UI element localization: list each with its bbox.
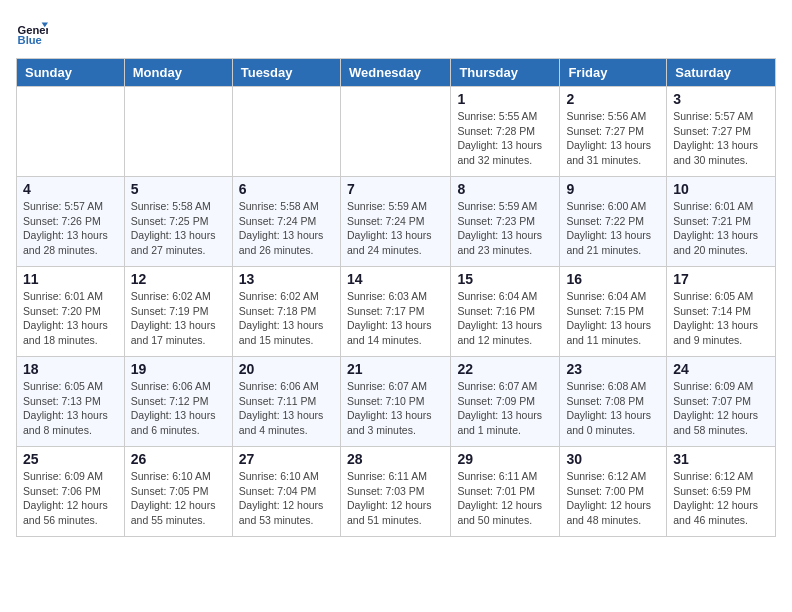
day-info: Sunrise: 6:09 AMSunset: 7:06 PMDaylight:…	[23, 469, 118, 528]
day-number: 5	[131, 181, 226, 197]
calendar-cell: 7Sunrise: 5:59 AMSunset: 7:24 PMDaylight…	[340, 177, 450, 267]
calendar-cell: 6Sunrise: 5:58 AMSunset: 7:24 PMDaylight…	[232, 177, 340, 267]
calendar-cell	[124, 87, 232, 177]
day-number: 15	[457, 271, 553, 287]
calendar-cell	[340, 87, 450, 177]
day-info: Sunrise: 6:04 AMSunset: 7:15 PMDaylight:…	[566, 289, 660, 348]
calendar-cell: 22Sunrise: 6:07 AMSunset: 7:09 PMDayligh…	[451, 357, 560, 447]
day-info: Sunrise: 5:58 AMSunset: 7:25 PMDaylight:…	[131, 199, 226, 258]
weekday-header: Sunday	[17, 59, 125, 87]
calendar-cell: 18Sunrise: 6:05 AMSunset: 7:13 PMDayligh…	[17, 357, 125, 447]
weekday-header: Friday	[560, 59, 667, 87]
calendar-cell: 4Sunrise: 5:57 AMSunset: 7:26 PMDaylight…	[17, 177, 125, 267]
calendar-cell: 10Sunrise: 6:01 AMSunset: 7:21 PMDayligh…	[667, 177, 776, 267]
day-info: Sunrise: 6:06 AMSunset: 7:11 PMDaylight:…	[239, 379, 334, 438]
day-number: 27	[239, 451, 334, 467]
day-number: 31	[673, 451, 769, 467]
calendar-week-row: 11Sunrise: 6:01 AMSunset: 7:20 PMDayligh…	[17, 267, 776, 357]
day-number: 1	[457, 91, 553, 107]
day-number: 11	[23, 271, 118, 287]
day-number: 17	[673, 271, 769, 287]
day-info: Sunrise: 6:08 AMSunset: 7:08 PMDaylight:…	[566, 379, 660, 438]
calendar-week-row: 4Sunrise: 5:57 AMSunset: 7:26 PMDaylight…	[17, 177, 776, 267]
weekday-header: Thursday	[451, 59, 560, 87]
day-number: 13	[239, 271, 334, 287]
calendar-cell: 1Sunrise: 5:55 AMSunset: 7:28 PMDaylight…	[451, 87, 560, 177]
calendar-cell: 28Sunrise: 6:11 AMSunset: 7:03 PMDayligh…	[340, 447, 450, 537]
day-number: 9	[566, 181, 660, 197]
day-info: Sunrise: 5:57 AMSunset: 7:27 PMDaylight:…	[673, 109, 769, 168]
calendar-cell: 9Sunrise: 6:00 AMSunset: 7:22 PMDaylight…	[560, 177, 667, 267]
calendar-table: SundayMondayTuesdayWednesdayThursdayFrid…	[16, 58, 776, 537]
weekday-header: Saturday	[667, 59, 776, 87]
calendar-cell: 17Sunrise: 6:05 AMSunset: 7:14 PMDayligh…	[667, 267, 776, 357]
day-info: Sunrise: 6:01 AMSunset: 7:20 PMDaylight:…	[23, 289, 118, 348]
day-number: 3	[673, 91, 769, 107]
day-info: Sunrise: 5:57 AMSunset: 7:26 PMDaylight:…	[23, 199, 118, 258]
calendar-cell: 8Sunrise: 5:59 AMSunset: 7:23 PMDaylight…	[451, 177, 560, 267]
calendar-week-row: 1Sunrise: 5:55 AMSunset: 7:28 PMDaylight…	[17, 87, 776, 177]
day-info: Sunrise: 5:55 AMSunset: 7:28 PMDaylight:…	[457, 109, 553, 168]
weekday-header: Wednesday	[340, 59, 450, 87]
calendar-cell: 25Sunrise: 6:09 AMSunset: 7:06 PMDayligh…	[17, 447, 125, 537]
day-info: Sunrise: 6:07 AMSunset: 7:09 PMDaylight:…	[457, 379, 553, 438]
calendar-header-row: SundayMondayTuesdayWednesdayThursdayFrid…	[17, 59, 776, 87]
day-number: 23	[566, 361, 660, 377]
logo-icon: General Blue	[16, 16, 48, 48]
calendar-cell: 26Sunrise: 6:10 AMSunset: 7:05 PMDayligh…	[124, 447, 232, 537]
weekday-header: Tuesday	[232, 59, 340, 87]
day-info: Sunrise: 6:09 AMSunset: 7:07 PMDaylight:…	[673, 379, 769, 438]
day-number: 28	[347, 451, 444, 467]
calendar-cell: 15Sunrise: 6:04 AMSunset: 7:16 PMDayligh…	[451, 267, 560, 357]
day-info: Sunrise: 6:02 AMSunset: 7:19 PMDaylight:…	[131, 289, 226, 348]
day-info: Sunrise: 5:59 AMSunset: 7:23 PMDaylight:…	[457, 199, 553, 258]
day-number: 20	[239, 361, 334, 377]
day-info: Sunrise: 6:12 AMSunset: 7:00 PMDaylight:…	[566, 469, 660, 528]
day-number: 26	[131, 451, 226, 467]
day-number: 21	[347, 361, 444, 377]
day-info: Sunrise: 6:12 AMSunset: 6:59 PMDaylight:…	[673, 469, 769, 528]
day-number: 19	[131, 361, 226, 377]
day-info: Sunrise: 5:56 AMSunset: 7:27 PMDaylight:…	[566, 109, 660, 168]
day-number: 4	[23, 181, 118, 197]
day-number: 30	[566, 451, 660, 467]
day-number: 22	[457, 361, 553, 377]
day-number: 14	[347, 271, 444, 287]
day-number: 8	[457, 181, 553, 197]
day-number: 2	[566, 91, 660, 107]
calendar-cell: 5Sunrise: 5:58 AMSunset: 7:25 PMDaylight…	[124, 177, 232, 267]
day-info: Sunrise: 5:59 AMSunset: 7:24 PMDaylight:…	[347, 199, 444, 258]
calendar-cell: 19Sunrise: 6:06 AMSunset: 7:12 PMDayligh…	[124, 357, 232, 447]
day-info: Sunrise: 6:07 AMSunset: 7:10 PMDaylight:…	[347, 379, 444, 438]
day-number: 18	[23, 361, 118, 377]
day-number: 10	[673, 181, 769, 197]
calendar-cell: 20Sunrise: 6:06 AMSunset: 7:11 PMDayligh…	[232, 357, 340, 447]
calendar-cell: 31Sunrise: 6:12 AMSunset: 6:59 PMDayligh…	[667, 447, 776, 537]
day-info: Sunrise: 6:11 AMSunset: 7:03 PMDaylight:…	[347, 469, 444, 528]
calendar-cell: 3Sunrise: 5:57 AMSunset: 7:27 PMDaylight…	[667, 87, 776, 177]
day-number: 6	[239, 181, 334, 197]
day-number: 7	[347, 181, 444, 197]
day-info: Sunrise: 6:10 AMSunset: 7:04 PMDaylight:…	[239, 469, 334, 528]
calendar-cell: 2Sunrise: 5:56 AMSunset: 7:27 PMDaylight…	[560, 87, 667, 177]
calendar-cell: 11Sunrise: 6:01 AMSunset: 7:20 PMDayligh…	[17, 267, 125, 357]
day-number: 16	[566, 271, 660, 287]
calendar-week-row: 25Sunrise: 6:09 AMSunset: 7:06 PMDayligh…	[17, 447, 776, 537]
day-info: Sunrise: 5:58 AMSunset: 7:24 PMDaylight:…	[239, 199, 334, 258]
calendar-cell: 14Sunrise: 6:03 AMSunset: 7:17 PMDayligh…	[340, 267, 450, 357]
calendar-week-row: 18Sunrise: 6:05 AMSunset: 7:13 PMDayligh…	[17, 357, 776, 447]
calendar-cell: 16Sunrise: 6:04 AMSunset: 7:15 PMDayligh…	[560, 267, 667, 357]
day-info: Sunrise: 6:10 AMSunset: 7:05 PMDaylight:…	[131, 469, 226, 528]
calendar-cell	[232, 87, 340, 177]
svg-text:Blue: Blue	[18, 34, 42, 46]
calendar-cell: 23Sunrise: 6:08 AMSunset: 7:08 PMDayligh…	[560, 357, 667, 447]
day-number: 29	[457, 451, 553, 467]
calendar-cell: 27Sunrise: 6:10 AMSunset: 7:04 PMDayligh…	[232, 447, 340, 537]
day-number: 12	[131, 271, 226, 287]
calendar-cell: 30Sunrise: 6:12 AMSunset: 7:00 PMDayligh…	[560, 447, 667, 537]
day-info: Sunrise: 6:04 AMSunset: 7:16 PMDaylight:…	[457, 289, 553, 348]
calendar-cell: 24Sunrise: 6:09 AMSunset: 7:07 PMDayligh…	[667, 357, 776, 447]
day-info: Sunrise: 6:06 AMSunset: 7:12 PMDaylight:…	[131, 379, 226, 438]
day-info: Sunrise: 6:00 AMSunset: 7:22 PMDaylight:…	[566, 199, 660, 258]
day-info: Sunrise: 6:01 AMSunset: 7:21 PMDaylight:…	[673, 199, 769, 258]
